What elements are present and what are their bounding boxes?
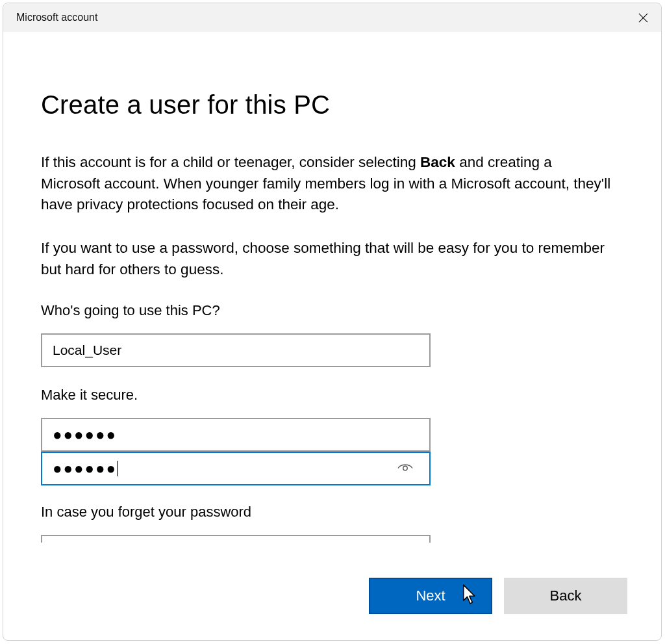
- password-reveal-button[interactable]: [397, 461, 414, 477]
- password-mask: ●●●●●●: [53, 427, 117, 443]
- username-label: Who's going to use this PC?: [41, 302, 623, 319]
- recovery-label: In case you forget your password: [41, 504, 623, 521]
- intro-paragraph-1: If this account is for a child or teenag…: [41, 152, 612, 216]
- intro-p1-pre: If this account is for a child or teenag…: [41, 154, 420, 170]
- window-title: Microsoft account: [16, 12, 97, 23]
- footer-buttons: Next Back: [369, 578, 627, 614]
- close-icon: [638, 13, 648, 23]
- close-button[interactable]: [625, 3, 661, 32]
- eye-icon: [397, 461, 414, 474]
- next-button[interactable]: Next: [369, 578, 492, 614]
- password-section-label: Make it secure.: [41, 387, 623, 404]
- username-input[interactable]: [41, 333, 431, 367]
- password-input[interactable]: ●●●●●●: [41, 418, 431, 452]
- intro-p1-bold: Back: [420, 154, 455, 170]
- back-button[interactable]: Back: [504, 578, 627, 614]
- svg-point-2: [403, 466, 407, 470]
- titlebar: Microsoft account: [3, 3, 661, 32]
- dialog-window: Microsoft account Create a user for this…: [3, 3, 662, 641]
- password-group: ●●●●●● ●●●●●●: [41, 418, 623, 485]
- content-area: Create a user for this PC If this accoun…: [3, 32, 661, 640]
- security-question-field-partial[interactable]: [41, 535, 431, 543]
- page-heading: Create a user for this PC: [41, 90, 623, 120]
- intro-paragraph-2: If you want to use a password, choose so…: [41, 238, 612, 280]
- confirm-password-mask: ●●●●●●: [53, 461, 117, 476]
- username-field-wrap: [41, 333, 623, 367]
- confirm-password-input[interactable]: ●●●●●●: [41, 452, 431, 485]
- text-caret: [117, 461, 118, 476]
